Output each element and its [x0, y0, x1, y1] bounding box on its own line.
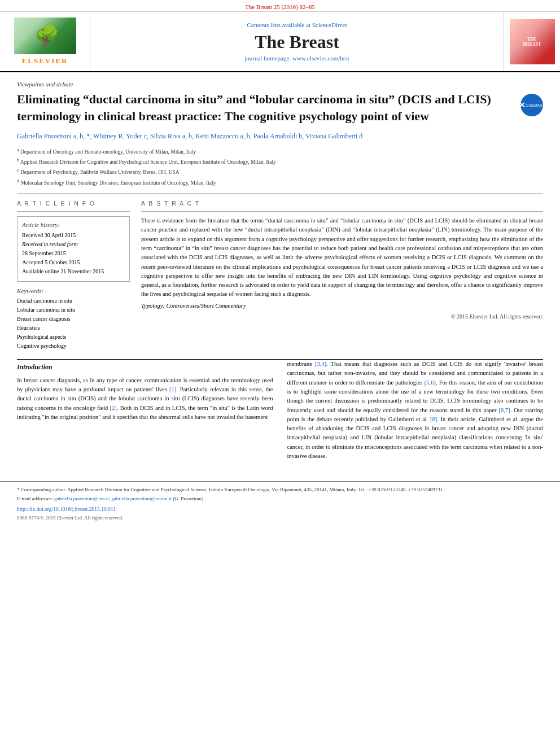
col-right: A B S T R A C T There is evidence from t…	[141, 200, 543, 351]
breast-journal-logo: THEBREAST	[510, 19, 555, 64]
contents-prefix: Contents lists available at	[247, 21, 312, 28]
received-revised-date: 28 September 2015	[22, 250, 125, 257]
elsevier-logo: ELSEVIER	[14, 18, 76, 65]
available-date: Available online 21 November 2015	[22, 268, 125, 276]
email-suffix: (G. Pravettoni).	[173, 496, 204, 501]
keyword-5: Psychological aspects	[17, 333, 130, 342]
intro-para-1: In breast cancer diagnosis, as in any ty…	[17, 376, 273, 422]
keywords-header: Keywords:	[17, 287, 130, 294]
footnotes: * Corresponding author. Applied Research…	[0, 481, 560, 502]
corresponding-note: * Corresponding author. Applied Research…	[17, 487, 444, 492]
keyword-4: Heuristics	[17, 324, 130, 333]
keyword-1: Ductal carcinoma in situ	[17, 296, 130, 305]
article-info-box: Article history: Received 30 April 2015 …	[17, 216, 130, 282]
citation-text: The Breast 25 (2016) 82–85	[245, 3, 315, 10]
introduction-heading: Introduction	[17, 362, 273, 373]
homepage-line: journal homepage: www.elsevier.com/brst	[244, 55, 349, 62]
typology: Typology: Controversies/Short Commentary	[141, 303, 543, 309]
page: The Breast 25 (2016) 82–85 ELSEVIER Cont…	[0, 0, 560, 526]
issn-copyright: 0960-9776/© 2015 Elsevier Ltd. All right…	[17, 515, 123, 521]
crossmark-badge: ✕CrossMark	[520, 94, 543, 116]
body-two-col: Introduction In breast cancer diagnosis,…	[17, 360, 543, 464]
received-revised-label: Received in revised form	[22, 241, 125, 248]
author-names: Gabriella Pravettoni a, b, *, Whitney R.…	[17, 132, 362, 140]
body-col-left: Introduction In breast cancer diagnosis,…	[17, 360, 273, 464]
email-footnote: E-mail addresses: gabriella.pravettoni@i…	[17, 495, 543, 503]
footer-copyright: 0960-9776/© 2015 Elsevier Ltd. All right…	[0, 515, 560, 526]
received-date: Received 30 April 2015	[22, 231, 125, 239]
abstract-divider	[141, 211, 543, 212]
ref-3-4[interactable]: [3,4]	[315, 361, 326, 367]
journal-header: ELSEVIER Contents lists available at Sci…	[0, 12, 560, 72]
affiliation-b: b Applied Research Division for Cognitiv…	[17, 157, 543, 166]
authors-line: Gabriella Pravettoni a, b, *, Whitney R.…	[17, 131, 543, 142]
copyright: © 2015 Elsevier Ltd. All rights reserved…	[141, 313, 543, 320]
email-1[interactable]: gabriella.pravettoni@ieo.it	[54, 496, 109, 501]
intro-para-2: membrane [3,4]. That means that diagnose…	[287, 360, 544, 461]
affiliation-c: c Department of Psychology, Baldwin Wall…	[17, 167, 543, 176]
citation-bar: The Breast 25 (2016) 82–85	[0, 0, 560, 12]
ref-5-6[interactable]: [5,6]	[425, 379, 436, 386]
elsevier-brand: ELSEVIER	[22, 56, 68, 65]
journal-header-right: THEBREAST	[504, 12, 560, 71]
keywords-box: Keywords: Ductal carcinoma in situ Lobul…	[17, 287, 130, 351]
science-direct-link[interactable]: ScienceDirect	[312, 21, 347, 28]
body-col-right: membrane [3,4]. That means that diagnose…	[287, 360, 544, 464]
section-label: Viewpoints and debate	[17, 81, 543, 88]
main-content: Viewpoints and debate Eliminating “ducta…	[0, 72, 560, 359]
affiliation-d: d Molecular Senology Unit, Senology Divi…	[17, 178, 543, 187]
email-label: E-mail addresses:	[17, 496, 53, 501]
ref-1[interactable]: [1]	[169, 386, 176, 392]
keyword-3: Breast cancer diagnosis	[17, 314, 130, 324]
ref-6-7[interactable]: [6,7]	[499, 407, 510, 413]
abstract-text: There is evidence from the literature th…	[141, 216, 543, 299]
affiliations: a Department of Oncology and Hemato-onco…	[17, 147, 543, 187]
journal-header-center: Contents lists available at ScienceDirec…	[90, 12, 504, 71]
journal-header-left: ELSEVIER	[0, 12, 90, 71]
two-col-layout: A R T I C L E I N F O Article history: R…	[17, 200, 543, 351]
col-left: A R T I C L E I N F O Article history: R…	[17, 200, 130, 351]
ref-2[interactable]: [2]	[110, 405, 117, 411]
email-2[interactable]: gabriella.pravettoni@unimi.it	[111, 496, 172, 501]
keyword-6: Cognitive psychology	[17, 342, 130, 351]
affiliation-a: a Department of Oncology and Hemato-onco…	[17, 147, 543, 156]
breast-logo-inner: THEBREAST	[523, 37, 541, 47]
homepage-prefix: journal homepage:	[244, 55, 292, 62]
article-info-header: A R T I C L E I N F O	[17, 200, 130, 207]
elsevier-tree-image	[14, 18, 76, 54]
corresponding-footnote: * Corresponding author. Applied Research…	[17, 486, 543, 493]
footer-doi: http://dx.doi.org/10.1016/j.breast.2015.…	[0, 504, 560, 515]
article-title: Eliminating “ductal carcinoma in situ” a…	[17, 91, 515, 124]
doi-link[interactable]: http://dx.doi.org/10.1016/j.breast.2015.…	[17, 506, 116, 512]
homepage-link[interactable]: www.elsevier.com/brst	[292, 55, 349, 62]
history-label: Article history:	[22, 221, 125, 228]
accepted-date: Accepted 5 October 2015	[22, 259, 125, 267]
keywords-list: Ductal carcinoma in situ Lobular carcino…	[17, 296, 130, 351]
ref-8[interactable]: [8]	[430, 416, 437, 422]
divider-1	[17, 194, 543, 194]
thin-divider	[17, 211, 130, 212]
journal-title: The Breast	[255, 32, 339, 53]
keyword-2: Lobular carcinoma in situ	[17, 305, 130, 314]
contents-line: Contents lists available at ScienceDirec…	[247, 21, 347, 28]
abstract-header: A B S T R A C T	[141, 200, 543, 207]
body-content: Introduction In breast cancer diagnosis,…	[0, 360, 560, 475]
